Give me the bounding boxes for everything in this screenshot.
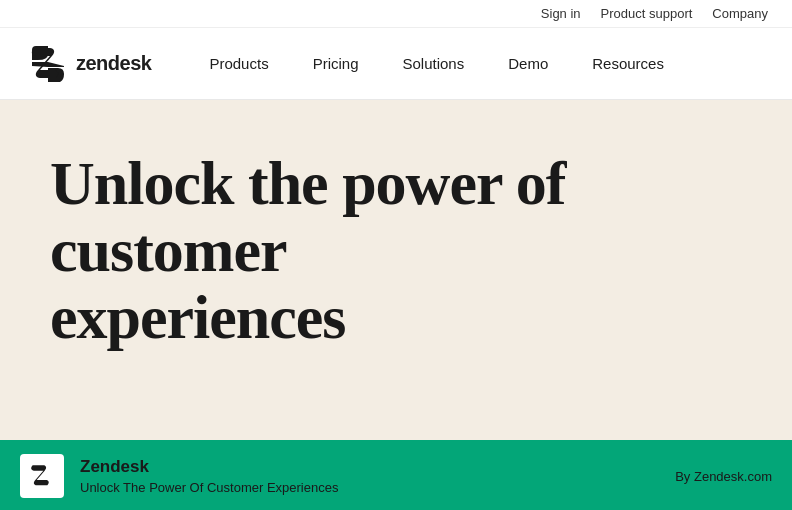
nav-products[interactable]: Products — [191, 47, 286, 80]
sign-in-link[interactable]: Sign in — [541, 6, 581, 21]
nav-demo[interactable]: Demo — [490, 47, 566, 80]
zendesk-logo-icon — [24, 40, 72, 88]
bottom-text-area: Zendesk Unlock The Power Of Customer Exp… — [80, 457, 659, 494]
utility-bar: Sign in Product support Company — [0, 0, 792, 28]
product-support-link[interactable]: Product support — [601, 6, 693, 21]
nav-pricing[interactable]: Pricing — [295, 47, 377, 80]
bottom-zendesk-logo-icon — [26, 460, 58, 492]
logo-link[interactable]: zendesk — [24, 40, 151, 88]
bottom-tagline: Unlock The Power Of Customer Experiences — [80, 480, 659, 495]
bottom-site-name: Zendesk — [80, 457, 659, 477]
bottom-bar: Zendesk Unlock The Power Of Customer Exp… — [0, 440, 792, 510]
bottom-logo-container — [20, 454, 64, 498]
bottom-domain: By Zendesk.com — [675, 469, 772, 484]
nav-links: Products Pricing Solutions Demo Resource… — [191, 47, 768, 80]
nav-solutions[interactable]: Solutions — [385, 47, 483, 80]
main-nav: zendesk Products Pricing Solutions Demo … — [0, 28, 792, 100]
company-link[interactable]: Company — [712, 6, 768, 21]
hero-title: Unlock the power of customer experiences — [50, 150, 570, 351]
hero-section: Unlock the power of customer experiences — [0, 100, 792, 440]
logo-text: zendesk — [76, 52, 151, 75]
nav-resources[interactable]: Resources — [574, 47, 682, 80]
